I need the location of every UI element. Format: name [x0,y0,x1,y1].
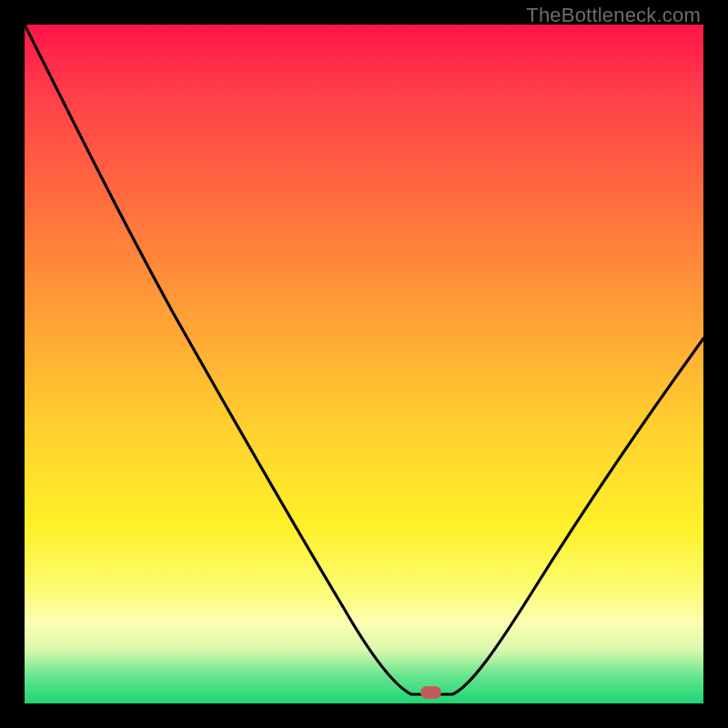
curve-path [25,25,703,694]
optimal-marker [420,686,441,699]
watermark-text: TheBottleneck.com [526,4,701,27]
plot-area [25,25,703,703]
bottleneck-curve [25,25,703,703]
chart-frame: TheBottleneck.com [0,0,728,728]
